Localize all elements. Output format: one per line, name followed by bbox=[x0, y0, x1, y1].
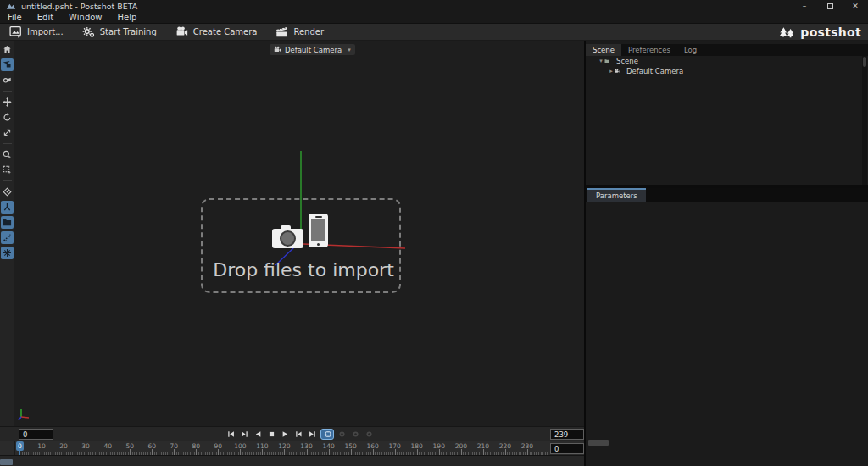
step-back-icon bbox=[241, 430, 248, 438]
tool-move[interactable] bbox=[1, 96, 14, 108]
drop-hint-text: Drop files to import bbox=[203, 259, 403, 280]
ruler-frame-label: 90 bbox=[214, 442, 223, 450]
ruler-frame-label: 190 bbox=[433, 442, 445, 450]
circle-select-icon bbox=[3, 150, 12, 159]
orientation-gizmo bbox=[17, 408, 31, 423]
close-icon[interactable]: ✕ bbox=[843, 0, 868, 12]
parameters-scrollbar-thumb[interactable] bbox=[588, 440, 609, 446]
playhead[interactable]: 0 bbox=[16, 441, 24, 451]
ruler-frame-label: 220 bbox=[499, 442, 511, 450]
menu-bar: FileEditWindowHelp bbox=[0, 12, 868, 24]
particles-icon bbox=[3, 233, 12, 242]
tree-expander-arrow[interactable]: ▸ bbox=[608, 68, 615, 75]
play-button[interactable] bbox=[280, 429, 291, 440]
tool-circle-select[interactable] bbox=[1, 148, 14, 161]
scene-tree-scrollbar[interactable] bbox=[862, 56, 867, 185]
title-bar: untitled.psht - Postshot BETA – ✕ bbox=[0, 0, 868, 12]
ruler-frame-label: 120 bbox=[278, 442, 290, 450]
scene-tree-scrollbar-thumb[interactable] bbox=[863, 57, 866, 67]
tree-row-label: Scene bbox=[616, 57, 638, 65]
step-forward-icon bbox=[295, 430, 303, 438]
timeline-h-scrollbar-thumb[interactable] bbox=[0, 459, 13, 465]
disc-icon bbox=[352, 430, 359, 438]
transport-controls bbox=[225, 429, 375, 440]
ruler-frame-label: 10 bbox=[37, 442, 46, 450]
clapperboard-icon bbox=[275, 25, 288, 38]
image-folder-icon bbox=[3, 218, 12, 227]
timeline-scroll-area bbox=[0, 455, 584, 466]
tool-divider bbox=[3, 91, 12, 92]
tool-point-cloud[interactable] bbox=[1, 231, 14, 244]
right-panel: ScenePreferencesLog ▾Scene▸Default Camer… bbox=[584, 41, 868, 466]
skip-to-start-button[interactable] bbox=[225, 429, 236, 440]
play-reverse-button[interactable] bbox=[253, 429, 264, 440]
menu-help[interactable]: Help bbox=[110, 12, 145, 24]
skip-start-icon bbox=[227, 430, 235, 438]
window-title: untitled.psht - Postshot BETA bbox=[21, 2, 137, 11]
tripod-icon bbox=[3, 202, 12, 212]
logo-text: postshot bbox=[800, 25, 861, 39]
start-training-button[interactable]: Start Training bbox=[73, 24, 166, 41]
create-camera-button[interactable]: Create Camera bbox=[166, 24, 267, 41]
tab-parameters[interactable]: Parameters bbox=[587, 188, 646, 202]
stop-button[interactable] bbox=[266, 429, 277, 440]
step-back-button[interactable] bbox=[239, 429, 250, 440]
gizmo-icon bbox=[3, 187, 12, 197]
ruler-frame-label: 180 bbox=[411, 442, 423, 450]
skip-to-end-button[interactable] bbox=[307, 429, 318, 440]
loop-button[interactable] bbox=[320, 429, 334, 440]
tool-gizmo[interactable] bbox=[1, 186, 14, 198]
loop-icon bbox=[324, 430, 331, 438]
tab-log[interactable]: Log bbox=[677, 44, 704, 56]
tab-scene[interactable]: Scene bbox=[586, 44, 621, 56]
tool-frame-select[interactable] bbox=[1, 164, 14, 176]
parameters-tabbar: Parameters bbox=[586, 188, 868, 202]
disc-icon bbox=[365, 430, 373, 438]
tool-scale[interactable] bbox=[1, 126, 14, 139]
tree-expander-arrow[interactable]: ▾ bbox=[598, 58, 604, 64]
tool-splat[interactable] bbox=[1, 247, 14, 259]
play-reverse-icon bbox=[254, 430, 262, 438]
import-button[interactable]: Import... bbox=[0, 24, 73, 41]
tab-preferences[interactable]: Preferences bbox=[621, 44, 677, 56]
ruler-frame-label: 170 bbox=[389, 442, 401, 450]
parameters-body bbox=[586, 202, 868, 466]
tool-tripod[interactable] bbox=[1, 201, 14, 214]
window-controls: – ✕ bbox=[792, 0, 868, 12]
range-start-field[interactable] bbox=[550, 443, 584, 454]
step-forward-button[interactable] bbox=[293, 429, 304, 440]
tool-light[interactable] bbox=[1, 74, 14, 86]
phone-speaker bbox=[315, 216, 322, 218]
current-frame-field[interactable] bbox=[19, 429, 53, 440]
timeline-ruler[interactable]: 1020304050607080901001101201301401501601… bbox=[0, 441, 584, 455]
scale-icon bbox=[3, 128, 12, 137]
ruler-frame-label: 50 bbox=[125, 442, 134, 450]
tool-rotate[interactable] bbox=[1, 111, 14, 124]
menu-edit[interactable]: Edit bbox=[30, 12, 61, 24]
ruler-frame-label: 70 bbox=[170, 442, 178, 450]
tree-row-default-camera[interactable]: ▸Default Camera bbox=[586, 66, 863, 76]
tool-home[interactable] bbox=[1, 43, 14, 56]
gears-icon bbox=[82, 25, 95, 38]
tool-fly-camera[interactable] bbox=[1, 58, 14, 71]
menu-window[interactable]: Window bbox=[61, 12, 109, 24]
menu-file[interactable]: File bbox=[0, 12, 30, 24]
chevron-down-icon[interactable]: ▾ bbox=[348, 47, 351, 53]
minimize-icon[interactable]: – bbox=[792, 0, 817, 12]
move-icon bbox=[3, 97, 12, 107]
render-button[interactable]: Render bbox=[266, 24, 333, 41]
light-icon bbox=[3, 75, 12, 85]
rotate-icon bbox=[3, 113, 12, 122]
end-frame-field[interactable] bbox=[550, 429, 584, 440]
tree-row-scene[interactable]: ▾Scene bbox=[586, 56, 863, 66]
main-toolbar: Import...Start TrainingCreate CameraRend… bbox=[0, 24, 868, 41]
camera-selector-dropdown[interactable]: Default Camera ▾ bbox=[270, 44, 355, 55]
ruler-frame-label: 200 bbox=[455, 442, 467, 450]
maximize-icon[interactable] bbox=[817, 0, 843, 12]
ruler-frame-label: 130 bbox=[300, 442, 312, 450]
viewport-3d[interactable]: Drop files to import Default Camera ▾ bbox=[15, 41, 583, 426]
camera-icon bbox=[615, 67, 623, 75]
ruler-frame-label: 60 bbox=[147, 442, 156, 450]
ruler-frame-label: 30 bbox=[81, 442, 90, 450]
tool-image-folder[interactable] bbox=[1, 216, 14, 229]
